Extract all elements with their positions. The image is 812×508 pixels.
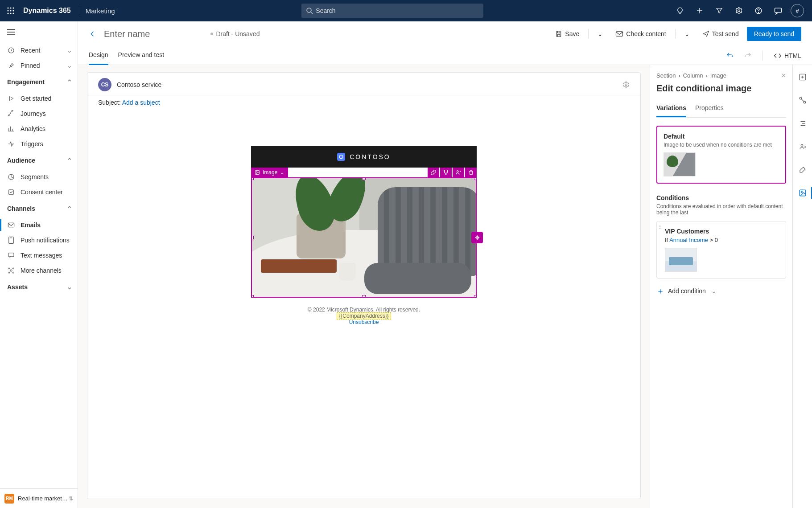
page-title[interactable]: Enter name: [104, 29, 150, 39]
app-launcher-icon[interactable]: [4, 4, 18, 18]
unsubscribe-link[interactable]: Unsubscribe: [349, 319, 379, 325]
assistant-icon[interactable]: [768, 0, 788, 21]
email-settings-icon[interactable]: [622, 81, 630, 88]
rail-add-icon[interactable]: [793, 70, 812, 84]
nav-segments[interactable]: Segments: [0, 169, 78, 184]
footer-address-token[interactable]: {{CompanyAddress}}: [337, 312, 391, 320]
nav-texts[interactable]: Text messages: [0, 248, 78, 263]
default-title: Default: [664, 133, 779, 140]
check-dropdown[interactable]: ⌄: [680, 27, 694, 41]
condition-field-link[interactable]: Annual Income: [669, 237, 708, 243]
properties-panel: Section › Column › Image ✕ Edit conditio…: [650, 65, 792, 508]
rail-personalize-icon[interactable]: [793, 140, 812, 153]
sel-tool-personalize[interactable]: [453, 168, 464, 177]
redo-button[interactable]: [744, 52, 752, 60]
nav-more-channels[interactable]: More channels: [0, 263, 78, 278]
nav-analytics[interactable]: Analytics: [0, 121, 78, 136]
chevron-up-icon: ⌃: [67, 205, 72, 212]
nav-group-audience[interactable]: Audience ⌃: [0, 152, 78, 169]
plus-icon: ＋: [656, 286, 664, 296]
default-variation-card[interactable]: Default Image to be used when no conditi…: [656, 126, 786, 184]
crumb-section[interactable]: Section: [656, 72, 676, 79]
nav-group-assets-label: Assets: [7, 283, 28, 291]
rail-image-icon[interactable]: [793, 186, 812, 200]
tab-design[interactable]: Design: [89, 46, 108, 65]
undo-button[interactable]: [726, 52, 734, 60]
condition-thumbnail[interactable]: [665, 248, 697, 272]
sel-tool-link[interactable]: [428, 168, 439, 177]
plus-icon[interactable]: [690, 0, 709, 21]
sender-name[interactable]: Contoso service: [117, 81, 161, 88]
sel-tool-branch[interactable]: [440, 168, 452, 177]
left-nav: Recent ⌄ Pinned ⌄ Engagement ⌃ Get start…: [0, 21, 78, 508]
html-view-button[interactable]: HTML: [774, 52, 801, 59]
global-search[interactable]: Search: [301, 4, 483, 18]
condition-card[interactable]: ⠿ VIP Customers If Annual Income > 0: [656, 221, 786, 279]
svg-rect-26: [8, 223, 14, 227]
nav-collapse-icon[interactable]: [0, 21, 78, 43]
nav-group-engagement[interactable]: Engagement ⌃: [0, 73, 78, 91]
chevron-right-icon: ›: [706, 72, 708, 79]
area-switcher[interactable]: RM Real-time marketi… ⇅: [0, 488, 78, 508]
tab-preview[interactable]: Preview and test: [118, 46, 165, 65]
svg-point-30: [10, 270, 12, 271]
check-content-button[interactable]: Check content: [611, 27, 671, 41]
svg-point-5: [12, 10, 14, 11]
chevron-down-icon: ⌄: [598, 30, 603, 37]
nav-triggers[interactable]: Triggers: [0, 136, 78, 152]
chevron-down-icon: ⌄: [67, 47, 72, 54]
panel-tab-variations[interactable]: Variations: [656, 101, 686, 117]
crumb-column[interactable]: Column: [683, 72, 703, 79]
svg-marker-21: [10, 96, 13, 100]
nav-consent[interactable]: Consent center: [0, 184, 78, 200]
nav-recent[interactable]: Recent ⌄: [0, 43, 78, 58]
brand-label[interactable]: Dynamics 365: [18, 7, 74, 15]
back-button[interactable]: [89, 30, 97, 38]
add-condition-button[interactable]: ＋ Add condition ⌄: [656, 286, 786, 296]
nav-push[interactable]: Push notifications: [0, 233, 78, 248]
test-send-button[interactable]: Test send: [698, 27, 743, 41]
nav-emails[interactable]: Emails: [0, 217, 78, 233]
selected-image-block[interactable]: [251, 177, 477, 298]
idea-icon[interactable]: [670, 0, 690, 21]
ready-to-send-button[interactable]: Ready to send: [747, 27, 801, 41]
user-avatar[interactable]: #: [791, 4, 804, 17]
selection-label[interactable]: Image ⌄: [251, 168, 288, 177]
save-button[interactable]: Save: [551, 27, 584, 41]
close-panel-icon[interactable]: ✕: [781, 72, 786, 79]
design-surface[interactable]: CONTOSO Image ⌄: [87, 111, 640, 499]
sel-tool-delete[interactable]: [465, 168, 477, 177]
nav-journeys[interactable]: Journeys: [0, 106, 78, 121]
move-handle-icon[interactable]: ✥: [471, 232, 483, 243]
add-subject-link[interactable]: Add a subject: [122, 99, 160, 106]
nav-group-channels[interactable]: Channels ⌃: [0, 200, 78, 217]
rail-theme-icon[interactable]: [793, 163, 812, 176]
crumb-image[interactable]: Image: [710, 72, 726, 79]
chevron-right-icon: ›: [678, 72, 680, 79]
filter-icon[interactable]: [709, 0, 729, 21]
nav-triggers-label: Triggers: [21, 140, 43, 147]
default-thumbnail[interactable]: [664, 152, 696, 176]
panel-tab-properties[interactable]: Properties: [695, 101, 724, 117]
subject-row[interactable]: Subject: Add a subject: [87, 95, 640, 111]
mail-body: CONTOSO Image ⌄: [251, 146, 477, 499]
nav-group-assets[interactable]: Assets ⌄: [0, 278, 78, 296]
svg-point-39: [256, 172, 257, 172]
save-dropdown[interactable]: ⌄: [593, 27, 607, 41]
rail-connect-icon[interactable]: [793, 94, 812, 107]
svg-point-0: [7, 7, 8, 8]
nav-pinned-label: Pinned: [21, 62, 40, 69]
play-icon: [7, 95, 15, 102]
page-header: Enter name Draft - Unsaved Save ⌄ Check …: [78, 21, 812, 65]
help-icon[interactable]: [749, 0, 768, 21]
app-name[interactable]: Marketing: [86, 7, 115, 15]
svg-rect-16: [775, 8, 782, 12]
drag-handle-icon[interactable]: ⠿: [659, 227, 662, 229]
nav-get-started[interactable]: Get started: [0, 91, 78, 106]
nav-pinned[interactable]: Pinned ⌄: [0, 58, 78, 73]
code-icon: [774, 53, 782, 59]
svg-point-42: [445, 173, 446, 174]
gear-icon[interactable]: [729, 0, 749, 21]
rail-outline-icon[interactable]: [793, 117, 812, 130]
panel-title: Edit conditional image: [656, 83, 786, 94]
